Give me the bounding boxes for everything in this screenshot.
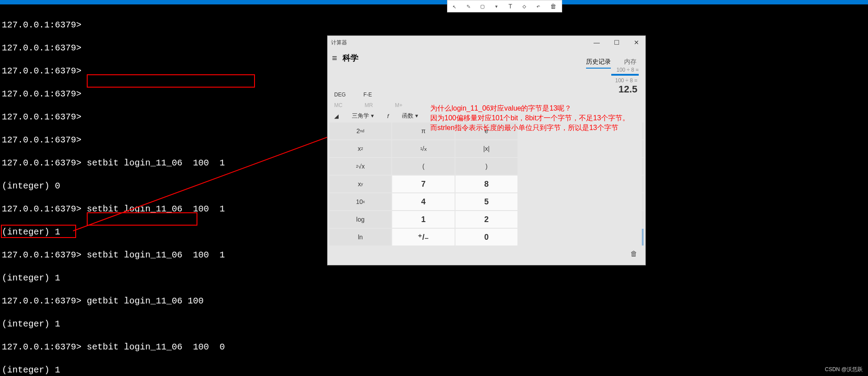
key-10x[interactable]: 10x (329, 193, 391, 210)
key-reciprocal[interactable]: 1/x (392, 140, 454, 157)
rect-tool-icon[interactable]: ▢ (478, 2, 487, 11)
key-rparen[interactable]: ) (455, 158, 517, 175)
eraser-tool-icon[interactable]: ◇ (520, 2, 529, 11)
term-line: 127.0.0.1:6379> setbit login_11_06 100 0 (2, 341, 866, 353)
tab-history[interactable]: 历史记录 (586, 58, 611, 69)
text-tool-icon[interactable]: T (506, 2, 515, 11)
key-7[interactable]: 7 (392, 176, 454, 192)
angle-icon: ◢ (334, 113, 339, 119)
fe-button[interactable]: F-E (363, 92, 372, 98)
key-xy[interactable]: xy (329, 176, 391, 192)
key-5[interactable]: 5 (455, 193, 517, 210)
mc-button[interactable]: MC (334, 102, 343, 108)
close-icon[interactable]: ✕ (631, 39, 642, 46)
key-2[interactable]: 2 (455, 211, 517, 228)
key-lparen[interactable]: ( (392, 158, 454, 175)
key-ln[interactable]: ln (329, 229, 391, 246)
tab-memory[interactable]: 内存 (624, 58, 637, 69)
key-x2[interactable]: x2 (329, 140, 391, 157)
delete-tool-icon[interactable]: 🗑 (548, 2, 559, 11)
function-dropdown[interactable]: 函数 ▾ (402, 112, 418, 120)
term-line: (integer) 1 (2, 364, 866, 376)
dropdown-icon[interactable]: ▾ (492, 2, 501, 11)
annotation-text: 为什么login_11_06对应value的字节是13呢？ 因为100偏移量对应… (430, 104, 629, 133)
key-negate[interactable]: ⁺/₋ (392, 229, 454, 246)
hamburger-menu-icon[interactable]: ≡ (332, 53, 337, 63)
term-line: (integer) 1 (2, 318, 866, 330)
annotation-line3: 而strlen指令表示长度的最小单位只到字节，所以是13个字节 (430, 123, 629, 133)
annotation-line2: 因为100偏移量对应101个bit，8bit才一个字节，不足13个字节。 (430, 113, 629, 123)
cursor-tool-icon[interactable]: ↖ (450, 2, 459, 11)
history-expression[interactable]: 100 ÷ 8 = (518, 76, 642, 84)
key-abs[interactable]: |x| (455, 140, 517, 157)
key-2nd[interactable]: 2nd (329, 123, 391, 139)
calc-title: 计算器 (331, 39, 347, 46)
annotation-line1: 为什么login_11_06对应value的字节是13呢？ (430, 104, 629, 113)
undo-tool-icon[interactable]: ↶ (534, 2, 543, 11)
mr-button[interactable]: MR (365, 102, 373, 108)
key-1[interactable]: 1 (392, 211, 454, 228)
key-4[interactable]: 4 (392, 193, 454, 210)
history-result[interactable]: 12.5 (518, 84, 642, 95)
trash-icon[interactable]: 🗑 (630, 250, 637, 258)
term-line: 127.0.0.1:6379> getbit login_11_06 100 (2, 295, 866, 307)
term-line: 127.0.0.1:6379> (2, 19, 866, 31)
mplus-button[interactable]: M+ (395, 102, 402, 108)
maximize-icon[interactable]: ☐ (611, 39, 622, 46)
term-line: (integer) 1 (2, 272, 866, 284)
key-log[interactable]: log (329, 211, 391, 228)
calculator-window[interactable]: 计算器 — ☐ ✕ ≡ 科学 历史记录 内存 100 ÷ 8 = 12.5 DE… (327, 35, 646, 265)
calc-mode-label: 科学 (343, 53, 359, 63)
csdn-watermark: CSDN @沃恁跃 (825, 366, 863, 373)
calc-titlebar[interactable]: 计算器 — ☐ ✕ (328, 36, 645, 49)
pen-tool-icon[interactable]: ✎ (464, 2, 473, 11)
key-8[interactable]: 8 (455, 176, 517, 192)
screenshot-toolbar[interactable]: ↖ ✎ ▢ ▾ T ◇ ↶ 🗑 (447, 0, 562, 12)
fn-icon: f (387, 113, 389, 119)
key-0[interactable]: 0 (455, 229, 517, 246)
minimize-icon[interactable]: — (591, 39, 602, 46)
window-titlebar (0, 0, 868, 4)
key-sqrt[interactable]: 2√x (329, 158, 391, 175)
deg-button[interactable]: DEG (334, 92, 346, 98)
trig-dropdown[interactable]: 三角学 ▾ (352, 112, 374, 120)
